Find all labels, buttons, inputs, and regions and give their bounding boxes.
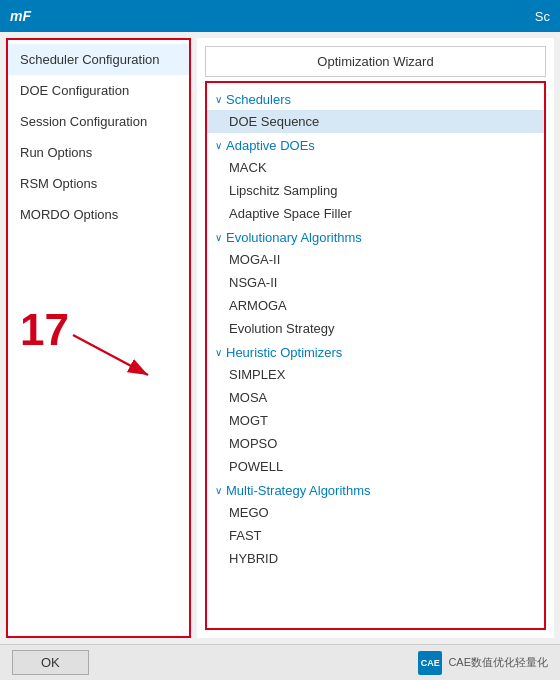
tree-group-multi-strategy[interactable]: ∨ Multi-Strategy Algorithms	[207, 478, 544, 501]
chevron-heuristic: ∨	[215, 347, 222, 358]
optimization-wizard-header: Optimization Wizard	[205, 46, 546, 77]
annotation-arrow	[68, 325, 168, 385]
cae-label: CAE数值优化轻量化	[448, 655, 548, 670]
tree-group-evolutionary[interactable]: ∨ Evolutionary Algorithms	[207, 225, 544, 248]
sidebar-item-mordo-options[interactable]: MORDO Options	[8, 199, 189, 230]
ok-button[interactable]: OK	[12, 650, 89, 675]
chevron-schedulers: ∨	[215, 94, 222, 105]
tree-item-mosa[interactable]: MOSA	[207, 386, 544, 409]
group-label-schedulers: Schedulers	[226, 92, 291, 107]
cae-icon: CAE	[418, 651, 442, 675]
tree-item-mogt[interactable]: MOGT	[207, 409, 544, 432]
tree-item-nsga-ii[interactable]: NSGA-II	[207, 271, 544, 294]
top-bar-right-label: Sc	[535, 9, 550, 24]
top-bar: mF Sc	[0, 0, 560, 32]
tree-item-adaptive-space-filler[interactable]: Adaptive Space Filler	[207, 202, 544, 225]
bottom-bar: OK CAE CAE数值优化轻量化	[0, 644, 560, 680]
tree-item-doe-sequence[interactable]: DOE Sequence	[207, 110, 544, 133]
right-panel: Optimization Wizard ∨ Schedulers DOE Seq…	[197, 38, 554, 638]
tree-item-mopso[interactable]: MOPSO	[207, 432, 544, 455]
chevron-evolutionary: ∨	[215, 232, 222, 243]
tree-item-armoga[interactable]: ARMOGA	[207, 294, 544, 317]
tree-group-adaptive-does[interactable]: ∨ Adaptive DOEs	[207, 133, 544, 156]
group-label-heuristic: Heuristic Optimizers	[226, 345, 342, 360]
tree-item-mack[interactable]: MACK	[207, 156, 544, 179]
tree-item-moga-ii[interactable]: MOGA-II	[207, 248, 544, 271]
tree-item-simplex[interactable]: SIMPLEX	[207, 363, 544, 386]
chevron-multi-strategy: ∨	[215, 485, 222, 496]
app-logo: mF	[10, 8, 31, 24]
sidebar-item-doe-config[interactable]: DOE Configuration	[8, 75, 189, 106]
tree-group-schedulers[interactable]: ∨ Schedulers	[207, 87, 544, 110]
chevron-adaptive-does: ∨	[215, 140, 222, 151]
sidebar-item-session-config[interactable]: Session Configuration	[8, 106, 189, 137]
tree-item-powell[interactable]: POWELL	[207, 455, 544, 478]
main-content: Scheduler Configuration DOE Configuratio…	[0, 32, 560, 644]
tree-item-mego[interactable]: MEGO	[207, 501, 544, 524]
svg-line-1	[73, 335, 148, 375]
tree-item-lipschitz-sampling[interactable]: Lipschitz Sampling	[207, 179, 544, 202]
tree-item-evolution-strategy[interactable]: Evolution Strategy	[207, 317, 544, 340]
tree-item-hybrid[interactable]: HYBRID	[207, 547, 544, 570]
group-label-adaptive-does: Adaptive DOEs	[226, 138, 315, 153]
scheduler-tree[interactable]: ∨ Schedulers DOE Sequence ∨ Adaptive DOE…	[205, 81, 546, 630]
annotation-number: 17	[20, 305, 69, 355]
left-panel: Scheduler Configuration DOE Configuratio…	[6, 38, 191, 638]
tree-group-heuristic[interactable]: ∨ Heuristic Optimizers	[207, 340, 544, 363]
sidebar-item-rsm-options[interactable]: RSM Options	[8, 168, 189, 199]
wizard-label: Optimization Wizard	[317, 54, 433, 69]
sidebar-item-run-options[interactable]: Run Options	[8, 137, 189, 168]
bottom-right-area: CAE CAE数值优化轻量化	[418, 651, 548, 675]
sidebar-item-scheduler-config[interactable]: Scheduler Configuration	[8, 44, 189, 75]
group-label-evolutionary: Evolutionary Algorithms	[226, 230, 362, 245]
group-label-multi-strategy: Multi-Strategy Algorithms	[226, 483, 371, 498]
tree-item-fast[interactable]: FAST	[207, 524, 544, 547]
